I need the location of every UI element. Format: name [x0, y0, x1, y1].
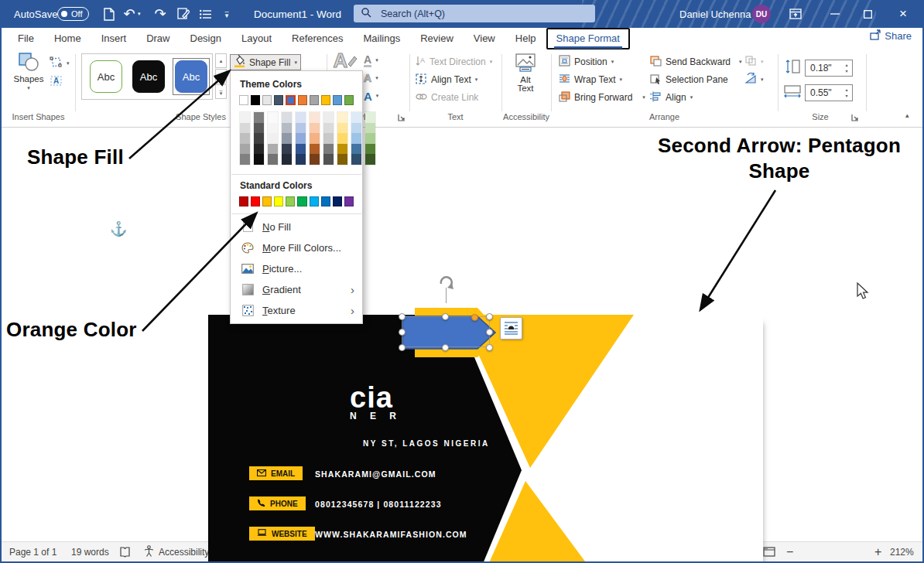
theme-color-variant-swatch[interactable] — [254, 133, 264, 144]
resize-handle-s[interactable] — [442, 344, 449, 351]
tab-design[interactable]: Design — [180, 28, 231, 49]
draft-edit-icon[interactable] — [175, 0, 192, 28]
theme-color-variant-swatch[interactable] — [351, 144, 361, 155]
shape-style-preset-2[interactable]: Abc — [132, 60, 165, 93]
text-effects-button[interactable]: A▾ — [364, 88, 378, 104]
theme-color-variant-swatch[interactable] — [323, 154, 334, 165]
theme-color-variant-swatch[interactable] — [296, 123, 306, 134]
standard-color-swatch[interactable] — [310, 196, 319, 206]
theme-color-variant-swatch[interactable] — [254, 154, 264, 165]
theme-color-swatch[interactable] — [262, 95, 272, 105]
standard-color-swatch[interactable] — [321, 196, 330, 206]
menu-item-texture[interactable]: Texture› — [231, 300, 362, 321]
gallery-down-button[interactable]: ▾ — [215, 69, 227, 84]
theme-color-variant-swatch[interactable] — [337, 112, 347, 123]
theme-color-variant-swatch[interactable] — [254, 112, 264, 123]
standard-color-swatch[interactable] — [274, 196, 283, 206]
theme-color-variant-swatch[interactable] — [240, 123, 250, 134]
resize-handle-n[interactable] — [442, 313, 449, 320]
avatar[interactable]: DU — [752, 0, 771, 28]
theme-color-variant-swatch[interactable] — [268, 123, 278, 134]
theme-color-variant-swatch[interactable] — [337, 123, 347, 134]
wordart-quick-styles-button[interactable]: A — [331, 53, 358, 68]
theme-color-variant-swatch[interactable] — [337, 154, 347, 165]
tab-review[interactable]: Review — [410, 28, 464, 49]
new-document-icon[interactable] — [101, 0, 118, 28]
shape-style-preset-3[interactable]: Abc — [175, 60, 207, 93]
theme-color-variant-swatch[interactable] — [296, 112, 306, 123]
rotate-handle-icon[interactable] — [436, 273, 455, 292]
width-spinner[interactable]: ▴▾ — [842, 85, 851, 101]
theme-color-swatch[interactable] — [333, 95, 342, 105]
theme-color-variant-swatch[interactable] — [296, 154, 306, 165]
theme-color-variant-swatch[interactable] — [310, 144, 320, 155]
adjust-handle[interactable] — [471, 314, 478, 321]
height-spinner[interactable]: ▴▾ — [842, 60, 851, 76]
search-box[interactable] — [354, 5, 595, 22]
menu-item-gradient[interactable]: Gradient› — [231, 279, 362, 300]
shape-fill-button[interactable]: Shape Fill ▾ — [230, 54, 301, 70]
theme-color-swatch[interactable] — [298, 95, 307, 105]
tab-file[interactable]: File — [8, 28, 44, 49]
theme-color-variant-swatch[interactable] — [365, 112, 375, 123]
rotate-objects-button[interactable]: ▾ — [744, 72, 764, 87]
text-fill-button[interactable]: A▾ — [364, 53, 378, 68]
resize-handle-e[interactable] — [486, 329, 493, 336]
zoom-minus-icon[interactable]: − — [786, 542, 793, 561]
zoom-level[interactable]: 212% — [890, 542, 914, 561]
more-commands-icon[interactable]: –▾ — [218, 0, 235, 28]
theme-color-variant-swatch[interactable] — [282, 133, 292, 144]
theme-color-swatch[interactable] — [251, 95, 260, 105]
theme-color-variant-swatch[interactable] — [282, 154, 292, 165]
theme-color-variant-swatch[interactable] — [240, 154, 250, 165]
theme-color-variant-swatch[interactable] — [254, 123, 264, 134]
minimize-icon[interactable] — [822, 0, 848, 28]
theme-color-variant-swatch[interactable] — [337, 144, 347, 155]
tab-layout[interactable]: Layout — [231, 28, 282, 49]
resize-handle-nw[interactable] — [399, 313, 406, 320]
tab-help[interactable]: Help — [505, 28, 546, 49]
search-input[interactable] — [379, 8, 587, 20]
standard-color-swatch[interactable] — [344, 196, 354, 206]
theme-color-variant-swatch[interactable] — [351, 123, 361, 134]
proofing-book-icon[interactable] — [119, 542, 131, 561]
theme-color-variant-swatch[interactable] — [282, 144, 292, 155]
word-count[interactable]: 19 words — [71, 542, 109, 561]
bring-forward-button[interactable]: Bring Forward▾ — [559, 90, 645, 105]
theme-color-variant-swatch[interactable] — [282, 123, 292, 134]
theme-color-variant-swatch[interactable] — [240, 112, 250, 123]
group-objects-button[interactable]: ▾ — [744, 54, 764, 70]
alt-text-button[interactable]: Alt Text — [506, 53, 545, 93]
theme-color-variant-swatch[interactable] — [268, 154, 278, 165]
collapse-ribbon-button[interactable]: ▴ — [905, 111, 909, 119]
theme-color-variant-swatch[interactable] — [282, 112, 292, 123]
tab-home[interactable]: Home — [44, 28, 91, 49]
theme-color-variant-swatch[interactable] — [310, 154, 320, 165]
shapes-button[interactable]: Shapes ▾ — [8, 53, 50, 91]
text-box-button[interactable]: A — [50, 74, 63, 90]
theme-color-swatch[interactable] — [239, 95, 248, 105]
theme-color-variant-swatch[interactable] — [268, 144, 278, 155]
standard-color-swatch[interactable] — [251, 196, 260, 206]
text-outline-button[interactable]: A▾ — [364, 70, 378, 86]
gallery-up-button[interactable]: ▴ — [215, 53, 227, 68]
align-text-button[interactable]: Align Text▾ — [416, 72, 477, 87]
tab-shape-format[interactable]: Shape Format — [546, 28, 630, 49]
theme-color-swatch[interactable] — [344, 95, 354, 105]
theme-color-variant-swatch[interactable] — [310, 123, 320, 134]
resize-handle-se[interactable] — [486, 344, 493, 351]
wrap-text-button[interactable]: Wrap Text▾ — [559, 72, 622, 87]
theme-color-variant-swatch[interactable] — [323, 133, 334, 144]
text-direction-button[interactable]: A Text Direction▾ — [416, 54, 492, 70]
resize-handle-w[interactable] — [399, 329, 406, 336]
theme-color-variant-swatch[interactable] — [337, 133, 347, 144]
theme-color-swatch[interactable] — [286, 95, 295, 105]
standard-color-swatch[interactable] — [286, 196, 295, 206]
page-indicator[interactable]: Page 1 of 1 — [9, 542, 56, 561]
menu-item-no-fill[interactable]: No Fill — [231, 217, 362, 237]
standard-color-swatch[interactable] — [262, 196, 272, 206]
zoom-plus-icon[interactable]: + — [874, 542, 881, 561]
share-button[interactable]: Share — [870, 29, 912, 43]
theme-color-variant-swatch[interactable] — [268, 133, 278, 144]
autosave-toggle[interactable]: Off — [57, 0, 89, 28]
